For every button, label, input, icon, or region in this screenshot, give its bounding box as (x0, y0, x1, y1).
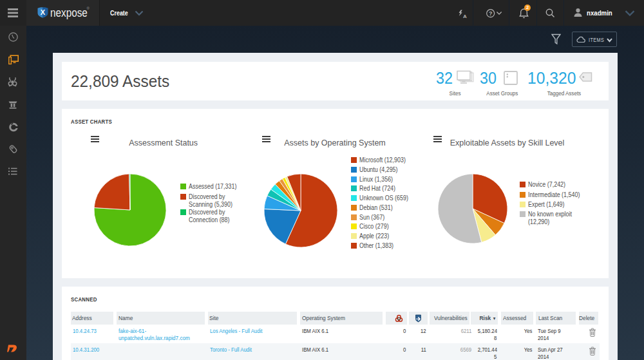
svg-text:X: X (41, 8, 46, 16)
svg-text:A: A (463, 14, 467, 19)
svg-text:?: ? (489, 10, 493, 17)
